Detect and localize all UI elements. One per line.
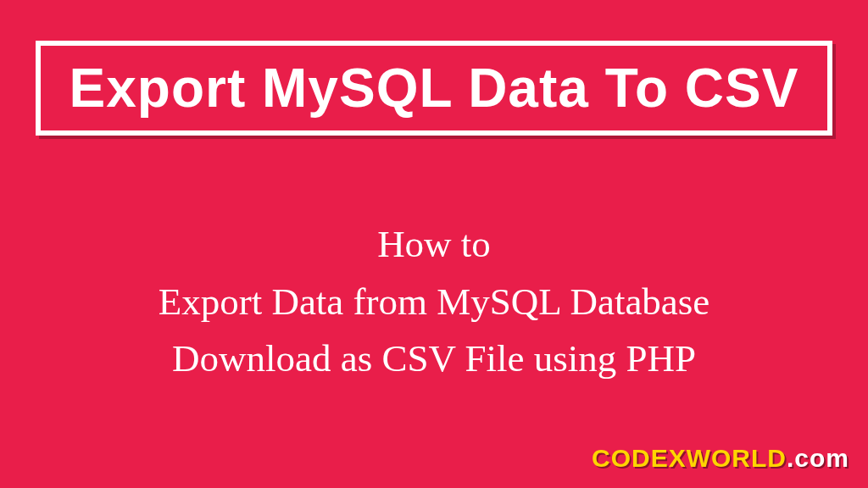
main-title: Export MySQL Data To CSV [58,61,810,115]
subtitle-line-1: How to [25,216,843,274]
subtitle-line-2: Export Data from MySQL Database [25,274,843,331]
watermark-brand: CODEXWORLD [592,444,787,472]
title-box: Export MySQL Data To CSV [36,41,832,136]
watermark-domain: .com [787,444,849,472]
subtitle-container: How to Export Data from MySQL Database D… [0,216,868,388]
subtitle-line-3: Download as CSV File using PHP [25,330,843,388]
watermark: CODEXWORLD.com [592,444,849,473]
